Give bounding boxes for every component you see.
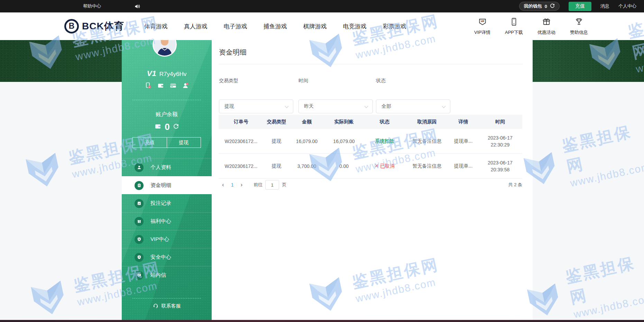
next-page-button[interactable]: › bbox=[237, 181, 246, 188]
sidebar-recharge-button[interactable]: 充值 bbox=[133, 138, 167, 148]
topbar: 帮助中心 我的钱包 0 充值 消息 个人中心 bbox=[0, 0, 644, 12]
transaction-type-select[interactable]: 提现 bbox=[219, 100, 293, 113]
filter-label: 交易类型 bbox=[219, 78, 293, 84]
table-row: W202306172... 提现 3,700.00 0.00 ✕ 已取消 暂无备… bbox=[219, 154, 522, 179]
security-shield-icon bbox=[135, 253, 144, 262]
account-shortcut-icons bbox=[122, 82, 212, 89]
quick-label: 赞助信息 bbox=[570, 29, 588, 36]
cell-actual: 0.00 bbox=[324, 163, 364, 169]
nav-item-esports[interactable]: 电竞游戏 bbox=[343, 22, 367, 30]
phone-icon bbox=[509, 17, 518, 27]
app-download-link[interactable]: APP下载 bbox=[505, 17, 523, 36]
col-order-no: 订单号 bbox=[219, 119, 264, 125]
sidebar-item-messages[interactable]: 站内信 bbox=[122, 266, 212, 284]
member-verify-icon[interactable] bbox=[182, 82, 189, 89]
topbar-recharge-button[interactable]: 充值 bbox=[569, 2, 591, 11]
prev-page-button[interactable]: ‹ bbox=[219, 181, 228, 188]
cell-time: 2023-06-17 22:30:29 bbox=[478, 134, 522, 148]
menu-label: 安全中心 bbox=[150, 254, 171, 261]
menu-label: 个人资料 bbox=[150, 164, 171, 171]
quick-label: VIP详情 bbox=[474, 29, 490, 36]
vip-center-icon bbox=[135, 235, 144, 244]
sidebar-item-welfare[interactable]: 福利中心 bbox=[122, 212, 212, 230]
topbar-right: 我的钱包 0 充值 消息 个人中心 bbox=[519, 2, 636, 11]
balance-refresh-icon[interactable] bbox=[173, 124, 179, 131]
phone-verify-icon[interactable] bbox=[145, 82, 151, 89]
page-number-1[interactable]: 1 bbox=[228, 182, 237, 188]
sidebar-menu: 个人资料 资金明细 投注记录 福利中心 bbox=[122, 158, 212, 284]
bank-card-icon[interactable] bbox=[170, 82, 176, 89]
filter-time: 时间 昨天 bbox=[298, 78, 373, 84]
help-center-link[interactable]: 帮助中心 bbox=[83, 3, 101, 9]
col-cancel-reason: 取消原因 bbox=[405, 119, 449, 125]
nav-item-cards[interactable]: 棋牌游戏 bbox=[303, 22, 327, 30]
cell-detail-link[interactable]: 提现单... bbox=[449, 138, 478, 144]
profile-link[interactable]: 个人中心 bbox=[618, 3, 636, 9]
funds-detail-panel: 资金明细 交易类型 提现 时间 昨天 状态 全部 订单号 bbox=[212, 40, 533, 320]
status-select[interactable]: 全部 bbox=[376, 100, 450, 113]
select-value: 昨天 bbox=[304, 103, 314, 110]
menu-label: 福利中心 bbox=[150, 218, 171, 225]
nav-item-fishing[interactable]: 捕鱼游戏 bbox=[264, 22, 287, 30]
divider bbox=[132, 100, 201, 100]
refresh-icon[interactable] bbox=[550, 3, 555, 9]
cell-time: 2023-06-17 20:39:58 bbox=[478, 159, 522, 173]
filter-label: 时间 bbox=[298, 78, 373, 84]
nav-menu: 体育游戏 真人游戏 电子游戏 捕鱼游戏 棋牌游戏 电竞游戏 彩票游戏 bbox=[144, 22, 406, 30]
cell-order-no: W202306172... bbox=[219, 139, 264, 144]
messages-link[interactable]: 消息 bbox=[600, 3, 609, 9]
welfare-icon bbox=[135, 217, 144, 226]
my-wallet-pill[interactable]: 我的钱包 0 bbox=[519, 2, 560, 11]
table-header: 订单号 交易类型 金额 实际到账 状态 取消原因 详情 时间 bbox=[219, 115, 522, 129]
balance-amount: 0 bbox=[165, 122, 169, 132]
sidebar-item-profile[interactable]: 个人资料 bbox=[122, 158, 212, 176]
sidebar-item-vip-center[interactable]: VIP中心 bbox=[122, 230, 212, 248]
time-select[interactable]: 昨天 bbox=[298, 100, 373, 113]
ledger-icon bbox=[135, 181, 144, 190]
chevron-down-icon bbox=[442, 104, 445, 108]
cell-detail-link[interactable]: 提现单... bbox=[449, 163, 478, 169]
brand-logo-icon: B bbox=[64, 19, 79, 34]
nav-item-live[interactable]: 真人游戏 bbox=[184, 22, 208, 30]
goto-page-input[interactable] bbox=[265, 180, 279, 190]
nav-item-lottery[interactable]: 彩票游戏 bbox=[383, 22, 406, 30]
filter-status: 状态 全部 bbox=[376, 78, 450, 84]
bet-record-icon bbox=[135, 199, 144, 208]
trophy-icon: ★ bbox=[574, 17, 583, 27]
divider bbox=[219, 64, 523, 64]
sidebar-item-funds[interactable]: 资金明细 bbox=[122, 176, 212, 194]
vip-badge-icon: VIP bbox=[478, 17, 487, 27]
wallet-icon[interactable] bbox=[157, 82, 164, 89]
sidebar-withdraw-button[interactable]: 提现 bbox=[167, 138, 201, 148]
nav-item-sports[interactable]: 体育游戏 bbox=[144, 22, 168, 30]
status-badge: 系统扣款 bbox=[364, 138, 405, 144]
cell-order-no: W202306172... bbox=[219, 163, 264, 169]
user-icon bbox=[135, 163, 144, 172]
vip-details-link[interactable]: VIP VIP详情 bbox=[474, 17, 490, 36]
sidebar-item-bet-records[interactable]: 投注记录 bbox=[122, 194, 212, 212]
sidebar-item-security[interactable]: 安全中心 bbox=[122, 248, 212, 266]
nav-item-slots[interactable]: 电子游戏 bbox=[224, 22, 247, 30]
brand-logo[interactable]: B BCK体育 bbox=[64, 19, 124, 34]
sponsor-info-link[interactable]: ★ 赞助信息 bbox=[570, 17, 588, 36]
balance-wallet-icon bbox=[155, 123, 161, 131]
message-icon bbox=[135, 271, 144, 280]
user-identity: V1 R7y4y6Hv bbox=[122, 69, 212, 78]
cell-type: 提现 bbox=[264, 163, 289, 169]
funds-table: 订单号 交易类型 金额 实际到账 状态 取消原因 详情 时间 W20230617… bbox=[219, 115, 522, 179]
chevron-down-icon bbox=[285, 104, 288, 108]
quick-label: 优惠活动 bbox=[537, 29, 555, 36]
total-count: 共 2 条 bbox=[508, 180, 522, 190]
promotions-link[interactable]: 优惠活动 bbox=[537, 17, 555, 36]
gift-icon bbox=[542, 17, 551, 27]
col-time: 时间 bbox=[478, 119, 522, 125]
pagination: ‹ 1 › 前往 页 bbox=[219, 180, 286, 190]
svg-text:★: ★ bbox=[578, 19, 580, 21]
contact-support-link[interactable]: 联系客服 bbox=[122, 303, 212, 309]
brand-name: BCK体育 bbox=[82, 20, 124, 33]
menu-label: 资金明细 bbox=[150, 182, 171, 189]
speaker-icon[interactable] bbox=[134, 3, 140, 9]
cell-type: 提现 bbox=[264, 138, 289, 144]
cell-actual: 16,079.00 bbox=[324, 139, 364, 144]
wallet-amount: 0 bbox=[545, 4, 547, 9]
